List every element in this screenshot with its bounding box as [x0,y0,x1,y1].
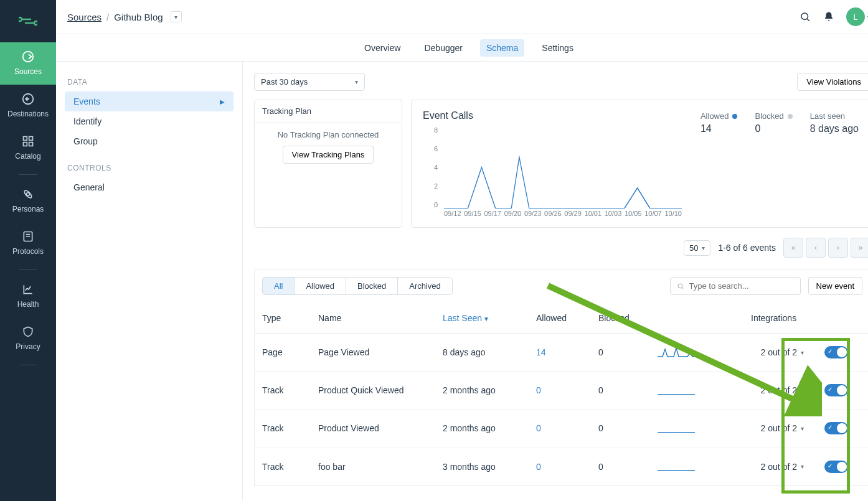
event-toggle[interactable]: ✓ [824,384,848,396]
chevron-down-icon: ▾ [702,245,705,251]
col-type[interactable]: Type [262,313,318,323]
cell-integrations[interactable]: 2 out of 2▾ [751,423,810,433]
page-first-button[interactable]: « [783,238,803,258]
filter-pill-archived[interactable]: Archived [398,278,452,294]
chart-title: Event Calls [423,110,682,121]
search-input-wrap[interactable] [670,277,801,295]
cell-allowed[interactable]: 0 [536,462,598,472]
cell-sparkline [658,345,751,360]
user-menu[interactable]: L ▾ [846,7,868,26]
svg-rect-3 [29,137,33,141]
chart-plot: 8 6 4 2 0 [423,126,682,220]
check-icon: ✓ [828,348,833,355]
col-blocked[interactable]: Blocked [598,313,658,323]
table-row[interactable]: TrackProduct Quick Viewed2 months ago002… [255,372,868,410]
tab-overview[interactable]: Overview [358,39,407,57]
events-table: Type Name Last Seen▼ Allowed Blocked Int… [254,302,868,486]
page-size-dropdown[interactable]: 50 ▾ [684,240,710,256]
event-toggle[interactable]: ✓ [824,461,848,473]
page-next-button[interactable]: › [828,238,848,258]
cell-blocked: 0 [598,462,658,472]
personas-icon [21,187,35,201]
subnav-item-general[interactable]: General [65,177,234,197]
breadcrumb-dropdown[interactable]: ▾ [171,11,182,22]
col-allowed[interactable]: Allowed [536,313,598,323]
schema-subnav: DATA Events ▶ Identify Group CONTROLS Ge… [56,62,243,501]
chevron-down-icon: ▾ [801,425,804,432]
rail-divider [19,269,37,270]
chevron-down-icon: ▾ [355,78,358,85]
stat-allowed: Allowed 14 [701,111,738,220]
cell-integrations[interactable]: 2 out of 2▾ [751,347,810,357]
page-last-button[interactable]: » [851,238,868,258]
event-toggle[interactable]: ✓ [824,422,848,434]
cell-integrations[interactable]: 2 out of 2▾ [751,385,810,395]
col-last-seen[interactable]: Last Seen▼ [443,313,536,323]
svg-rect-4 [24,143,27,146]
cell-name: foo bar [318,462,443,472]
cell-name: Product Viewed [318,423,443,433]
svg-point-6 [27,193,30,196]
avatar: L [846,7,865,26]
cell-integrations[interactable]: 2 out of 2▾ [751,462,810,472]
check-icon: ✓ [828,386,833,393]
cell-sparkline [658,459,751,474]
filter-pill-blocked[interactable]: Blocked [346,278,398,294]
breadcrumb-current: Github Blog [114,12,163,22]
rail-item-protocols[interactable]: Protocols [0,222,56,265]
svg-rect-5 [29,143,33,146]
rail-item-destinations[interactable]: Destinations [0,85,56,127]
tab-debugger[interactable]: Debugger [418,39,469,57]
cell-allowed[interactable]: 0 [536,423,598,433]
event-toggle[interactable]: ✓ [824,346,848,358]
time-range-dropdown[interactable]: Past 30 days ▾ [254,73,365,91]
filter-pill-allowed[interactable]: Allowed [295,278,346,294]
rail-item-catalog[interactable]: Catalog [0,127,56,169]
chevron-down-icon: ▾ [801,387,804,394]
breadcrumb-root[interactable]: Sources [67,12,101,22]
search-input[interactable] [689,281,794,291]
new-event-button[interactable]: New event [808,277,862,295]
sort-desc-icon: ▼ [483,316,489,322]
tab-schema[interactable]: Schema [480,39,524,57]
page-prev-button[interactable]: ‹ [806,238,826,258]
rail-divider [19,365,37,365]
rail-item-health[interactable]: Health [0,275,56,317]
schema-content: Past 30 days ▾ View Violations Tracking … [243,62,868,501]
table-row[interactable]: Trackfoo bar3 months ago002 out of 2▾✓ [255,447,868,485]
view-tracking-plans-button[interactable]: View Tracking Plans [283,146,374,164]
search-icon[interactable] [799,11,811,23]
svg-point-10 [678,284,682,288]
pagination-info: 1-6 of 6 events [718,243,776,253]
rail-item-privacy[interactable]: Privacy [0,317,56,360]
cell-name: Page Viewed [318,347,443,357]
filter-pill-all[interactable]: All [263,278,295,294]
breadcrumb: Sources / Github Blog ▾ [67,11,182,22]
cell-last-seen: 2 months ago [443,423,536,433]
cell-last-seen: 2 months ago [443,385,536,395]
view-violations-button[interactable]: View Violations [797,73,868,91]
cell-sparkline [658,383,751,398]
filter-pill-group: All Allowed Blocked Archived [262,277,453,295]
col-name[interactable]: Name [318,313,443,323]
cell-allowed[interactable]: 14 [536,347,598,357]
rail-item-personas[interactable]: Personas [0,180,56,222]
subnav-item-events[interactable]: Events ▶ [65,91,234,111]
cell-type: Track [262,462,318,472]
table-row[interactable]: TrackProduct Viewed2 months ago002 out o… [255,410,868,447]
stat-blocked: Blocked 0 [755,111,792,220]
chevron-down-icon: ▾ [801,463,804,470]
rail-item-sources[interactable]: Sources [0,42,56,85]
table-row[interactable]: PagePage Viewed8 days ago1402 out of 2▾✓ [255,334,868,372]
cell-allowed[interactable]: 0 [536,385,598,395]
bell-icon[interactable] [823,11,835,23]
cell-sparkline [658,421,751,436]
tab-settings[interactable]: Settings [535,39,580,57]
subnav-item-identify[interactable]: Identify [65,111,234,131]
cell-name: Product Quick Viewed [318,385,443,395]
cell-last-seen: 8 days ago [443,347,536,357]
subnav-item-group[interactable]: Group [65,131,234,151]
health-icon [21,283,35,296]
col-integrations[interactable]: Integrations [751,313,810,323]
table-header: Type Name Last Seen▼ Allowed Blocked Int… [255,302,868,334]
